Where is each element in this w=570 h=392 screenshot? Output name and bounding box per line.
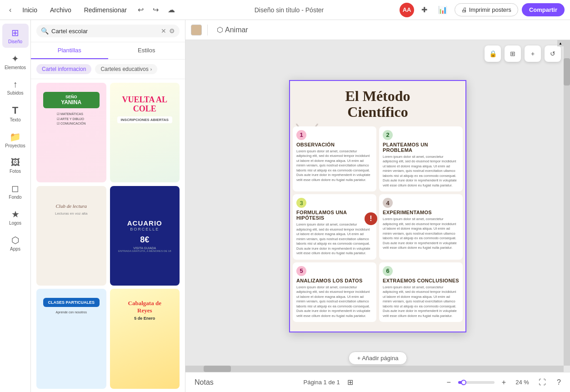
- corner-chevron-up[interactable]: ▲: [557, 40, 564, 46]
- bottom-right: − + 24 % ⛶ ?: [443, 376, 565, 389]
- poster-title: El Método Científico: [299, 88, 456, 120]
- add-collaborator-button[interactable]: ✚: [418, 3, 431, 16]
- canvas-wrapper[interactable]: 🔒 ⊞ + ↺ El Método Cientí: [185, 40, 570, 372]
- scroll-thumb-v[interactable]: [564, 58, 570, 85]
- add-page-button[interactable]: + Añadir página: [349, 352, 407, 365]
- fullscreen-button[interactable]: ⛶: [535, 376, 550, 389]
- sidebar-label-texto: Texto: [10, 117, 21, 122]
- search-input[interactable]: [51, 28, 158, 35]
- redo-button[interactable]: ↪: [149, 3, 162, 16]
- menu-bar: ‹ Inicio Archivo Redimensionar ↩ ↪ ☁ Dis…: [0, 0, 570, 20]
- zoom-slider[interactable]: [458, 381, 495, 384]
- duplicate-button[interactable]: ⊞: [505, 45, 521, 62]
- bottom-bar: Notas Página 1 de 1 ⊞ − + 24 % ⛶ ?: [185, 372, 570, 392]
- user-avatar[interactable]: AA: [400, 3, 414, 17]
- cell-body-5: Lorem ipsum dolor sit amet, consectetur …: [296, 285, 373, 319]
- poster-bg: El Método Científico 1 OBSERVACIÓN Lorem…: [290, 81, 465, 332]
- sidebar-item-proyectos[interactable]: 📁 Proyectos: [2, 128, 29, 152]
- poster-cell-3[interactable]: 3 FORMULAMOS UNA HIPÓTESIS Lorem ipsum d…: [293, 194, 376, 260]
- template-card[interactable]: Cabalgata deReyes 5 de Enero: [110, 289, 180, 388]
- exclamation-badge: !: [365, 212, 377, 225]
- tab-estilos[interactable]: Estilos: [108, 42, 185, 59]
- sidebar-item-apps[interactable]: ⬡ Apps: [2, 231, 29, 255]
- menu-redimensionar[interactable]: Redimensionar: [79, 4, 132, 16]
- share-button[interactable]: Compartir: [522, 3, 565, 16]
- animate-button[interactable]: ⬡ Animar: [213, 23, 252, 36]
- template-card[interactable]: SEÑO YANINA ☑ MATEMÁTICAS ☑ ARTE Y DIBUJ…: [36, 83, 106, 182]
- sidebar-label-diseno: Diseño: [8, 39, 22, 44]
- sidebar-item-texto[interactable]: T Texto: [2, 101, 29, 126]
- poster-cell-5[interactable]: 5 ANALIZAMOS LOS DATOS Lorem ipsum dolor…: [293, 262, 376, 322]
- poster-cell-4[interactable]: 4 EXPERIMENTAMOS Lorem ipsum dolor sit a…: [379, 194, 463, 260]
- template-card[interactable]: Club de lectura Lecturas en voz alta: [36, 186, 106, 286]
- filter-carteles-edu[interactable]: Carteles educativos ›: [95, 64, 157, 74]
- sidebar-item-elementos[interactable]: ✦ Elementos: [2, 50, 29, 74]
- poster-cell-2[interactable]: 2 PLANTEAMOS UN PROBLEMA Lorem ipsum dol…: [379, 126, 463, 192]
- sidebar-item-diseno[interactable]: ⊞ Diseño: [2, 24, 29, 48]
- panel-search: 🔍 ✕ ⚙: [31, 20, 185, 42]
- poster-cell-1[interactable]: 1 OBSERVACIÓN Lorem ipsum dolor sit amet…: [293, 126, 376, 192]
- diseno-icon: ⊞: [11, 27, 19, 38]
- cloud-button[interactable]: ☁: [164, 3, 179, 16]
- menu-bar-right: AA ✚ 📊 🖨 Imprimir posters Compartir: [400, 3, 565, 17]
- poster-cell-6[interactable]: 6 EXTRAEMOS CONCLUSIONES Lorem ipsum dol…: [379, 262, 463, 322]
- fotos-icon: 🖼: [11, 157, 20, 168]
- menu-archivo[interactable]: Archivo: [45, 4, 77, 16]
- templates-panel: 🔍 ✕ ⚙ Plantillas Estilos Cartel informac…: [31, 20, 185, 392]
- poster-grid: 1 OBSERVACIÓN Lorem ipsum dolor sit amet…: [290, 124, 465, 325]
- texto-icon: T: [12, 105, 18, 116]
- logos-icon: ★: [11, 209, 20, 220]
- menu-bar-left: ‹ Inicio Archivo Redimensionar ↩ ↪ ☁: [5, 3, 179, 16]
- sidebar-item-fondo[interactable]: ◻ Fondo: [2, 179, 29, 203]
- notes-button[interactable]: Notas: [191, 376, 217, 389]
- back-button[interactable]: ‹: [5, 4, 15, 16]
- lock-button[interactable]: 🔒: [485, 45, 501, 62]
- sidebar-item-logos[interactable]: ★ Logos: [2, 205, 29, 229]
- sidebar-label-fondo: Fondo: [9, 195, 21, 200]
- cell-title-5: ANALIZAMOS LOS DATOS: [296, 278, 373, 283]
- template-card[interactable]: ACUARIO BORCELLE 8€ VISITA GUIADA ENTRAD…: [110, 186, 180, 286]
- animate-icon: ⬡: [217, 25, 223, 34]
- cell-number-6: 6: [383, 266, 393, 276]
- canvas-area: ⬡ Animar 🔒 ⊞ + ↺: [185, 20, 570, 392]
- search-filter-icon[interactable]: ⚙: [169, 27, 175, 35]
- cell-title-4: EXPERIMENTAMOS: [383, 210, 459, 215]
- help-button[interactable]: ?: [553, 376, 565, 389]
- rotate-button[interactable]: ↺: [545, 45, 561, 62]
- zoom-slider-thumb[interactable]: [461, 380, 466, 385]
- zoom-out-button[interactable]: −: [443, 376, 454, 389]
- color-swatch[interactable]: [191, 25, 202, 35]
- sidebar-label-fotos: Fotos: [10, 169, 21, 174]
- subidos-icon: ↑: [13, 79, 18, 90]
- sidebar-item-fotos[interactable]: 🖼 Fotos: [2, 154, 29, 177]
- menu-inicio[interactable]: Inicio: [17, 4, 43, 16]
- fondo-icon: ◻: [11, 183, 19, 194]
- filter-cartel-info[interactable]: Cartel informacion: [36, 64, 91, 74]
- sidebar-item-subidos[interactable]: ↑ Subidos: [2, 75, 29, 99]
- template-card[interactable]: CLASES PARTICUALES Aprende con nosotros: [36, 289, 106, 388]
- poster-frame[interactable]: El Método Científico 1 OBSERVACIÓN Lorem…: [289, 80, 466, 332]
- template-card[interactable]: VUELTA ALCOLE INSCRIPCIONES ABIERTAS: [110, 83, 180, 182]
- sidebar-label-apps: Apps: [10, 246, 20, 251]
- stats-button[interactable]: 📊: [435, 3, 451, 16]
- expand-button[interactable]: +: [525, 45, 541, 62]
- tab-plantillas[interactable]: Plantillas: [31, 42, 108, 59]
- cell-number-4: 4: [383, 198, 393, 208]
- horizontal-scrollbar[interactable]: [185, 366, 564, 372]
- undo-button[interactable]: ↩: [134, 3, 147, 16]
- zoom-in-button[interactable]: +: [498, 376, 510, 389]
- proyectos-icon: 📁: [10, 131, 21, 142]
- print-button[interactable]: 🖨 Imprimir posters: [455, 3, 518, 16]
- cell-title-3: FORMULAMOS UNA HIPÓTESIS: [296, 210, 373, 221]
- cell-number-5: 5: [296, 266, 306, 276]
- cell-number-2: 2: [383, 130, 393, 140]
- sidebar: ⊞ Diseño ✦ Elementos ↑ Subidos T Texto 📁…: [0, 20, 31, 392]
- page-indicator: Página 1 de 1: [303, 379, 340, 386]
- panel-tabs: Plantillas Estilos: [31, 42, 185, 60]
- cell-title-2: PLANTEAMOS UN PROBLEMA: [383, 142, 459, 153]
- search-clear-icon[interactable]: ✕: [161, 27, 166, 35]
- thumbnail-view-button[interactable]: ⊞: [344, 376, 357, 389]
- panel-grid: SEÑO YANINA ☑ MATEMÁTICAS ☑ ARTE Y DIBUJ…: [31, 79, 185, 392]
- vertical-scrollbar[interactable]: [564, 40, 570, 366]
- scroll-thumb-h[interactable]: [204, 366, 231, 372]
